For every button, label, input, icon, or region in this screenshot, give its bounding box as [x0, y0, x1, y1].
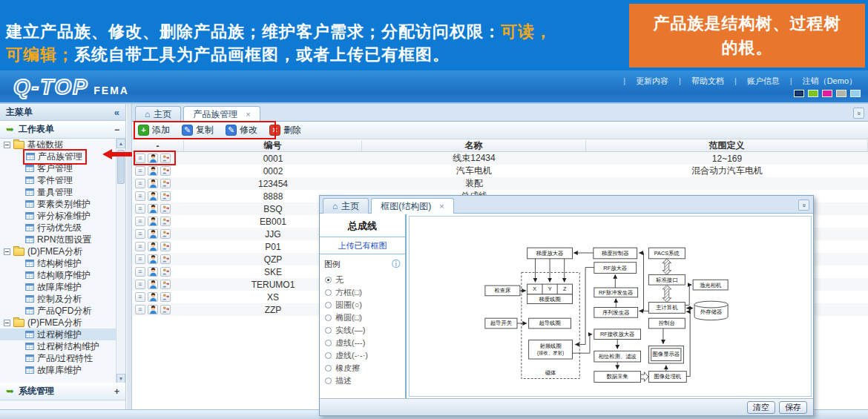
enter-share-icon[interactable] [160, 267, 171, 277]
detail-icon[interactable]: ≡ [135, 179, 145, 188]
section-collapse-toggle[interactable]: − [114, 125, 119, 135]
tab-overflow-chevron[interactable]: » [853, 108, 864, 119]
collapse-sidebar-icon[interactable]: « [114, 107, 119, 118]
detail-icon[interactable]: ≡ [135, 191, 145, 201]
dialog-tab-home[interactable]: ⌂ 主页 [323, 198, 369, 214]
sidebar-tree-item[interactable]: 零件管理 [0, 174, 116, 186]
sidebar-tree-item[interactable]: 要素类别维护 [0, 198, 116, 210]
enter-share-icon[interactable] [160, 191, 171, 201]
sidebar-tree-item[interactable]: 评分标准维护 [0, 210, 116, 222]
enter-share-icon[interactable] [160, 280, 171, 289]
column-header-scope[interactable]: 范围定义 [586, 140, 868, 151]
legend-option[interactable]: 实线(—) [325, 324, 405, 337]
column-header-name[interactable]: 名称 [362, 140, 586, 151]
upload-diagram-link[interactable]: 上传已有框图 [320, 237, 405, 254]
theme-swatch[interactable] [850, 90, 861, 97]
radio-icon[interactable] [325, 314, 332, 321]
legend-option[interactable]: 无 [325, 274, 405, 286]
sidebar-tree-item[interactable]: 产品族管理 [0, 151, 116, 162]
user-permission-icon[interactable] [148, 305, 158, 314]
detail-icon[interactable]: ≡ [135, 242, 145, 251]
enter-share-icon[interactable] [160, 217, 171, 226]
sidebar-section-system[interactable]: ➥ 系统管理 + [0, 383, 125, 400]
sidebar-tree-item[interactable]: 过程树维护 [0, 329, 116, 340]
close-tab-icon[interactable]: × [246, 110, 250, 119]
table-row[interactable]: ≡ 0001 线束12434 12~169 [132, 152, 868, 165]
save-button[interactable]: 保存 [779, 401, 807, 414]
user-permission-icon[interactable] [148, 280, 158, 289]
sidebar-tree-item[interactable]: 故障库维护 [0, 281, 116, 293]
enter-share-icon[interactable] [160, 154, 171, 163]
tab-home[interactable]: ⌂ 主页 [135, 106, 181, 122]
header-link[interactable]: 更新内容 [618, 76, 674, 87]
user-permission-icon[interactable] [148, 267, 158, 277]
header-link[interactable]: 注销（Demo） [785, 76, 862, 87]
sidebar-tree-item[interactable]: (D)FMEA分析 [0, 245, 116, 257]
sidebar-section-worksheets[interactable]: ➥ 工作表单 − [0, 121, 125, 139]
theme-swatch[interactable] [808, 90, 818, 97]
user-permission-icon[interactable] [148, 242, 158, 251]
legend-option[interactable]: 方框(□) [325, 286, 405, 299]
sidebar-scrollbar[interactable]: ▲ ▼ [116, 139, 125, 383]
section-expand-toggle[interactable]: + [114, 386, 119, 397]
clear-button[interactable]: 清空 [747, 401, 775, 414]
enter-share-icon[interactable] [160, 179, 171, 188]
user-permission-icon[interactable] [148, 154, 158, 163]
column-header-code[interactable]: 编号 [184, 140, 362, 151]
info-icon[interactable]: ⓘ [392, 258, 401, 271]
radio-icon[interactable] [325, 327, 332, 334]
edit-button[interactable]: ✎ 修改 [226, 124, 257, 136]
user-permission-icon[interactable] [148, 204, 158, 214]
sidebar-tree-item[interactable]: 产品QFD分析 [0, 305, 116, 317]
header-link[interactable]: 帮助文档 [674, 76, 729, 87]
user-permission-icon[interactable] [148, 217, 158, 226]
detail-icon[interactable]: ≡ [135, 292, 145, 302]
scroll-up-icon[interactable]: ▲ [116, 139, 125, 148]
detail-icon[interactable]: ≡ [135, 254, 145, 264]
radio-icon[interactable] [325, 289, 332, 296]
enter-share-icon[interactable] [160, 305, 171, 314]
legend-option[interactable]: 椭圆(□) [325, 311, 405, 324]
sidebar-tree-item[interactable]: 结构顺序维护 [0, 269, 116, 281]
detail-icon[interactable]: ≡ [135, 217, 145, 226]
detail-icon[interactable]: ≡ [135, 305, 145, 314]
legend-option[interactable]: 虚线(---) [325, 337, 405, 349]
detail-icon[interactable]: ≡ [135, 154, 145, 163]
sidebar-tree-item[interactable]: (P)FMEA分析 [0, 317, 116, 329]
enter-share-icon[interactable] [160, 242, 171, 251]
column-header-actions[interactable]: - [132, 140, 184, 151]
copy-button[interactable]: ✎ 复制 [182, 124, 214, 136]
user-permission-icon[interactable] [148, 191, 158, 201]
header-link[interactable]: 账户信息 [729, 76, 785, 87]
detail-icon[interactable]: ≡ [135, 267, 145, 277]
sidebar-tree-item[interactable]: 行动优先级 [0, 222, 116, 234]
dialog-tab-overflow-chevron[interactable]: » [798, 199, 809, 211]
sidebar-tree-item[interactable]: 客户管理 [0, 162, 116, 174]
legend-option[interactable]: 描述 [325, 375, 405, 387]
table-row[interactable]: ≡ 123454 装配 [132, 177, 868, 190]
tree-expander-icon[interactable] [4, 248, 10, 255]
legend-option[interactable]: 橡皮擦 [325, 362, 405, 375]
detail-icon[interactable]: ≡ [135, 166, 145, 176]
user-permission-icon[interactable] [148, 179, 158, 188]
tab-product-family[interactable]: 产品族管理 × [183, 106, 260, 122]
user-permission-icon[interactable] [148, 254, 158, 264]
sidebar-tree-item[interactable]: 过程树结构维护 [0, 340, 116, 352]
radio-icon[interactable] [325, 340, 332, 346]
radio-icon[interactable] [325, 277, 332, 283]
sidebar-tree-item[interactable]: 故障库维护 [0, 364, 116, 376]
detail-icon[interactable]: ≡ [135, 280, 145, 289]
sidebar-tree-item[interactable]: RPN范围设置 [0, 234, 116, 245]
dialog-tab-block-diagram[interactable]: 框图(结构图) × [371, 198, 453, 214]
radio-icon[interactable] [325, 302, 332, 309]
sidebar-tree-item[interactable]: 产品/过程特性 [0, 352, 116, 364]
radio-icon[interactable] [325, 365, 332, 372]
theme-swatch[interactable] [836, 90, 846, 97]
enter-share-icon[interactable] [160, 254, 171, 264]
detail-icon[interactable]: ≡ [135, 204, 145, 214]
theme-swatch[interactable] [794, 90, 804, 97]
enter-share-icon[interactable] [160, 229, 171, 239]
radio-icon[interactable] [325, 352, 332, 359]
enter-share-icon[interactable] [160, 204, 171, 214]
delete-button[interactable]: × 删除 [269, 124, 301, 136]
